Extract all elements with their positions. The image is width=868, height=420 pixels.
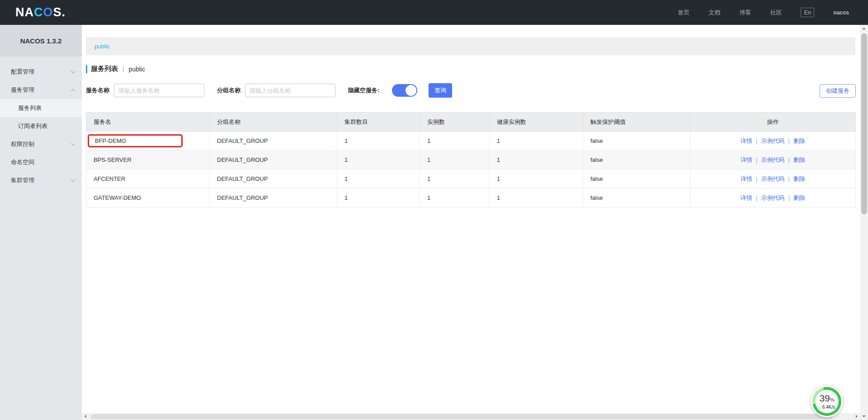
sidebar: NACOS 1.3.2 配置管理 服务管理 服务列表 订阅者列表 权限控制 命名… [0, 25, 82, 420]
group-name-input[interactable] [245, 84, 335, 97]
sidebar-item-service-management[interactable]: 服务管理 [0, 81, 82, 99]
toggle-knob [406, 85, 416, 96]
horizontal-scrollbar[interactable] [82, 413, 860, 420]
red-highlight-box: BFP-DEMO [88, 134, 183, 147]
nav-item-home[interactable]: 首页 [678, 9, 689, 17]
chevron-up-icon [71, 89, 75, 93]
vertical-scrollbar-thumb[interactable] [861, 33, 867, 214]
title-namespace: public [128, 66, 145, 73]
scroll-up-arrow-icon[interactable] [862, 28, 866, 29]
healthy-count-cell: 1 [490, 170, 583, 189]
scroll-left-arrow-icon[interactable] [85, 415, 86, 418]
action-separator: | [756, 137, 757, 144]
logo-text-c: C [34, 5, 43, 19]
sidebar-item-namespace[interactable]: 命名空间 [0, 153, 82, 171]
sidebar-item-label: 服务列表 [18, 104, 42, 112]
action-separator: | [756, 156, 757, 163]
service-name-input[interactable] [114, 84, 204, 97]
sample-code-link[interactable]: 示例代码 [761, 156, 785, 163]
sidebar-item-label: 集群管理 [11, 176, 34, 184]
service-name-cell: BPS-SERVER [86, 151, 210, 170]
title-accent-bar [86, 65, 87, 73]
scroll-down-arrow-icon[interactable] [862, 415, 866, 417]
logo-text-na: NA [15, 5, 34, 19]
group-name-cell: DEFAULT_GROUP [210, 132, 337, 151]
search-button[interactable]: 查询 [429, 83, 452, 98]
healthy-count-cell: 1 [490, 151, 583, 170]
namespace-tab-public[interactable]: public [94, 43, 110, 50]
sidebar-item-label: 服务管理 [11, 86, 34, 94]
sample-code-link[interactable]: 示例代码 [761, 137, 785, 144]
table-row: BPS-SERVER DEFAULT_GROUP 1 1 1 false 详情|… [86, 151, 856, 170]
delete-link[interactable]: 删除 [793, 137, 805, 144]
col-header-operations: 操作 [690, 113, 856, 132]
percent-value: 39 [819, 393, 830, 403]
service-name-cell: AFCENTER [86, 170, 210, 189]
delete-link[interactable]: 删除 [793, 194, 805, 201]
healthy-count-cell: 1 [490, 132, 583, 151]
progress-percent: 39% [819, 394, 834, 404]
threshold-cell: false [583, 132, 690, 151]
sidebar-item-config-management[interactable]: 配置管理 [0, 63, 82, 81]
title-separator: | [123, 66, 124, 72]
nav-item-docs[interactable]: 文档 [708, 9, 720, 17]
language-switch-button[interactable]: En [801, 8, 814, 17]
logo-text-s: S. [53, 5, 66, 19]
sample-code-link[interactable]: 示例代码 [761, 194, 785, 201]
vertical-scrollbar[interactable] [860, 25, 868, 420]
create-service-button[interactable]: 创建服务 [820, 84, 856, 98]
instance-count-cell: 1 [420, 170, 490, 189]
chevron-down-icon [71, 69, 75, 74]
main-content: public 服务列表 | public 服务名称 分组名称 隐藏空服务: 查询… [82, 25, 860, 420]
nav-item-blog[interactable]: 博客 [739, 9, 751, 17]
threshold-cell: false [583, 170, 690, 189]
col-header-protect-threshold: 触发保护阈值 [583, 113, 690, 132]
download-speed: ↓ 6.4K/s [819, 405, 835, 410]
detail-link[interactable]: 详情 [741, 137, 752, 144]
download-progress-badge[interactable]: 39% ↓ 6.4K/s [811, 386, 843, 417]
delete-link[interactable]: 删除 [793, 175, 805, 182]
sidebar-menu: 配置管理 服务管理 服务列表 订阅者列表 权限控制 命名空间 集群管理 [0, 57, 82, 189]
action-separator: | [788, 175, 790, 182]
sidebar-item-label: 权限控制 [11, 140, 34, 148]
sidebar-item-label: 订阅者列表 [18, 122, 47, 130]
detail-link[interactable]: 详情 [741, 194, 752, 201]
detail-link[interactable]: 详情 [741, 156, 752, 163]
horizontal-scrollbar-thumb[interactable] [91, 414, 832, 419]
nacos-logo[interactable]: NACOS. [15, 5, 66, 19]
sidebar-item-label: 配置管理 [11, 68, 34, 76]
table-row: GATEWAY-DEMO DEFAULT_GROUP 1 1 1 false 详… [86, 189, 856, 208]
detail-link[interactable]: 详情 [741, 175, 752, 182]
table-header-row: 服务名 分组名称 集群数目 实例数 健康实例数 触发保护阈值 操作 [86, 113, 856, 132]
percent-unit: % [830, 397, 835, 402]
nav-item-community[interactable]: 社区 [770, 9, 782, 17]
scroll-right-arrow-icon[interactable] [856, 415, 858, 418]
sidebar-item-permission-control[interactable]: 权限控制 [0, 135, 82, 153]
instance-count-cell: 1 [420, 189, 490, 208]
sidebar-item-service-list[interactable]: 服务列表 [0, 99, 82, 117]
operations-cell: 详情|示例代码|删除 [690, 132, 856, 151]
col-header-service-name: 服务名 [86, 113, 210, 132]
cluster-count-cell: 1 [337, 132, 420, 151]
sidebar-version-title: NACOS 1.3.2 [0, 25, 82, 57]
hide-empty-service-toggle[interactable] [392, 84, 417, 97]
cluster-count-cell: 1 [337, 170, 420, 189]
logged-in-username[interactable]: nacos [833, 9, 849, 16]
top-navigation: 首页 文档 博客 社区 En nacos [678, 8, 849, 17]
sample-code-link[interactable]: 示例代码 [761, 175, 785, 182]
service-table: 服务名 分组名称 集群数目 实例数 健康实例数 触发保护阈值 操作 BFP-DE… [86, 112, 856, 208]
service-name-label: 服务名称 [86, 86, 109, 94]
speed-value: 6.4K/s [822, 405, 835, 410]
sidebar-item-subscriber-list[interactable]: 订阅者列表 [0, 117, 82, 135]
operations-cell: 详情|示例代码|删除 [690, 151, 856, 170]
col-header-instance-count: 实例数 [420, 113, 490, 132]
top-header-bar: NACOS. 首页 文档 博客 社区 En nacos [0, 0, 868, 25]
service-name-cell: BFP-DEMO [86, 132, 210, 151]
group-name-cell: DEFAULT_GROUP [210, 151, 337, 170]
delete-link[interactable]: 删除 [793, 156, 805, 163]
group-name-cell: DEFAULT_GROUP [210, 170, 337, 189]
col-header-cluster-count: 集群数目 [337, 113, 420, 132]
sidebar-item-cluster-management[interactable]: 集群管理 [0, 171, 82, 189]
operations-cell: 详情|示例代码|删除 [690, 189, 856, 208]
cluster-count-cell: 1 [337, 151, 420, 170]
